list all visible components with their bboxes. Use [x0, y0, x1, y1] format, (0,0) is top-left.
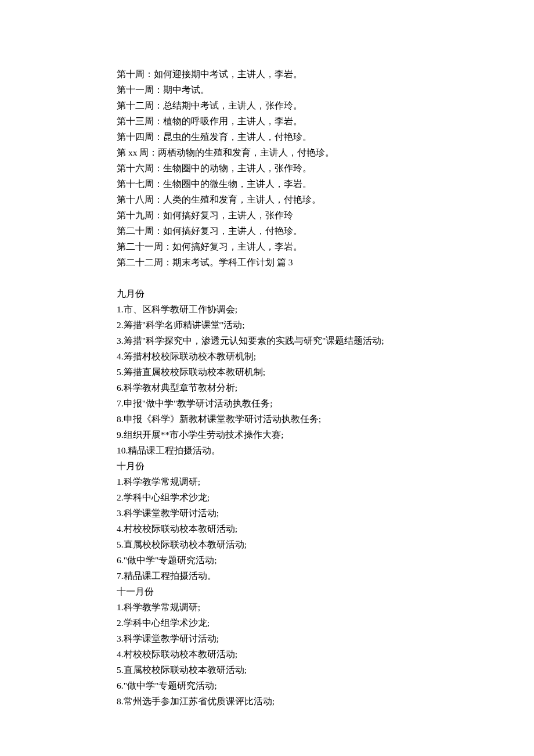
list-item: 10.精品课工程拍摄活动。 — [99, 442, 435, 458]
list-item: 5.筹措直属校校际联动校本教研机制; — [99, 364, 435, 380]
document-page: 第十周：如何迎接期中考试，主讲人，李岩。 第十一周：期中考试。 第十二周：总结期… — [0, 0, 534, 755]
schedule-line: 第十六周：生物圈中的动物，主讲人，张作玲。 — [99, 160, 435, 176]
list-item: 6."做中学"专题研究活动; — [99, 678, 435, 693]
schedule-line: 第十周：如何迎接期中考试，主讲人，李岩。 — [99, 66, 435, 82]
list-item: 4.筹措村校校际联动校本教研机制; — [99, 348, 435, 364]
list-item: 2.筹措"科学名师精讲课堂"活动; — [99, 317, 435, 333]
list-item: 5.直属校校际联动校本教研活动; — [99, 537, 435, 552]
list-item: 3.科学课堂教学研讨活动; — [99, 505, 435, 521]
list-item: 8.申报《科学》新教材课堂教学研讨活动执教任务; — [99, 411, 435, 427]
list-item: 4.村校校际联动校本教研活动; — [99, 521, 435, 537]
schedule-line: 第二十二周：期末考试。学科工作计划 篇 3 — [99, 254, 435, 270]
list-item: 1.科学教学常规调研; — [99, 599, 435, 615]
list-item: 3.筹措"科学探究中，渗透元认知要素的实践与研究"课题结题活动; — [99, 333, 435, 348]
schedule-line: 第十二周：总结期中考试，主讲人，张作玲。 — [99, 98, 435, 113]
month-heading: 十月份 — [99, 458, 435, 474]
schedule-line: 第二十周：如何搞好复习，主讲人，付艳珍。 — [99, 223, 435, 239]
schedule-line: 第十七周：生物圈中的微生物，主讲人，李岩。 — [99, 176, 435, 192]
list-item: 8.常州选手参加江苏省优质课评比活动; — [99, 693, 435, 709]
schedule-line: 第十三周：植物的呼吸作用，主讲人，李岩。 — [99, 113, 435, 129]
month-heading: 九月份 — [99, 286, 435, 301]
month-heading: 十一月份 — [99, 584, 435, 599]
list-item: 5.直属校校际联动校本教研活动; — [99, 662, 435, 678]
list-item: 4.村校校际联动校本教研活动; — [99, 646, 435, 662]
list-item: 1.市、区科学教研工作协调会; — [99, 301, 435, 317]
list-item: 1.科学教学常规调研; — [99, 474, 435, 489]
list-item: 7.申报"做中学"教学研讨活动执教任务; — [99, 395, 435, 411]
schedule-line: 第 xx 周：两栖动物的生殖和发育，主讲人，付艳珍。 — [99, 145, 435, 160]
schedule-line: 第二十一周：如何搞好复习，主讲人，李岩。 — [99, 239, 435, 254]
blank-line — [99, 270, 435, 286]
list-item: 2.学科中心组学术沙龙; — [99, 615, 435, 631]
schedule-line: 第十九周：如何搞好复习，主讲人，张作玲 — [99, 207, 435, 223]
list-item: 6."做中学"专题研究活动; — [99, 552, 435, 568]
schedule-line: 第十八周：人类的生殖和发育，主讲人，付艳珍。 — [99, 192, 435, 207]
schedule-line: 第十一周：期中考试。 — [99, 82, 435, 98]
list-item: 7.精品课工程拍摄活动。 — [99, 568, 435, 584]
list-item: 3.科学课堂教学研讨活动; — [99, 631, 435, 646]
list-item: 9.组织开展**市小学生劳动技术操作大赛; — [99, 427, 435, 442]
schedule-line: 第十四周：昆虫的生殖发育，主讲人，付艳珍。 — [99, 129, 435, 145]
list-item: 2.学科中心组学术沙龙; — [99, 489, 435, 505]
list-item: 6.科学教材典型章节教材分析; — [99, 380, 435, 395]
